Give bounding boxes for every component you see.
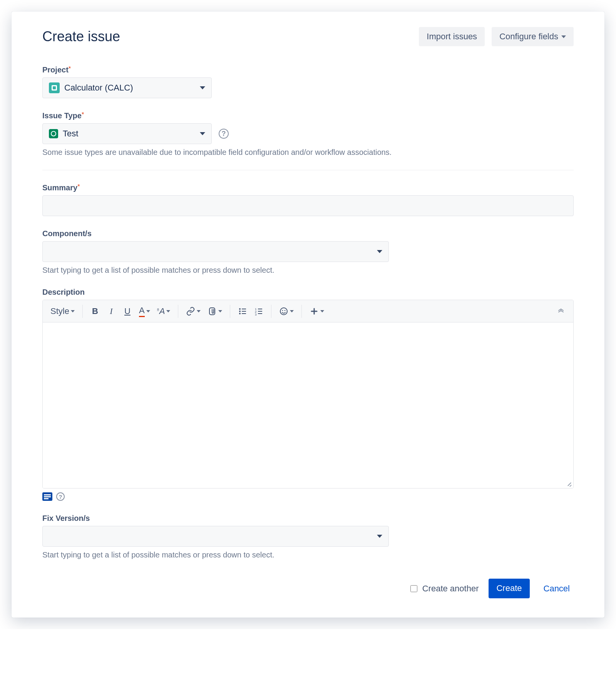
fix-versions-field-group: Fix Version/s Start typing to get a list…	[42, 514, 574, 559]
editor-footer: ?	[42, 492, 574, 501]
editor-help-icon[interactable]: ?	[56, 492, 65, 501]
chevron-down-icon	[146, 310, 150, 312]
italic-button[interactable]: I	[104, 304, 119, 319]
chevron-down-icon	[200, 86, 205, 89]
components-select[interactable]	[42, 241, 389, 262]
project-label: Project*	[42, 65, 574, 74]
link-button[interactable]	[183, 304, 204, 319]
components-field-group: Component/s Start typing to get a list o…	[42, 229, 574, 275]
summary-field-group: Summary*	[42, 183, 574, 216]
summary-label-text: Summary	[42, 183, 77, 192]
emoji-icon	[279, 307, 288, 316]
issue-type-value: Test	[63, 129, 78, 139]
svg-rect-20	[44, 498, 49, 499]
underline-button[interactable]: U	[120, 304, 135, 319]
dialog-header: Create issue Import issues Configure fie…	[42, 27, 574, 46]
svg-rect-12	[258, 309, 262, 309]
svg-rect-8	[242, 313, 246, 314]
project-value: Calculator (CALC)	[64, 83, 133, 93]
description-editor: Style B I U A ±A	[42, 300, 574, 488]
collapse-icon	[556, 307, 566, 316]
chevron-down-icon	[197, 310, 201, 312]
svg-point-3	[239, 308, 241, 310]
chevron-down-icon	[377, 250, 382, 253]
style-dropdown-button[interactable]: Style	[47, 304, 78, 319]
svg-point-5	[239, 313, 241, 314]
emoji-button[interactable]	[276, 304, 297, 319]
components-label: Component/s	[42, 229, 574, 238]
import-issues-button[interactable]: Import issues	[419, 27, 485, 46]
summary-label: Summary*	[42, 183, 574, 192]
link-icon	[186, 307, 195, 316]
editor-mode-toggle[interactable]	[42, 492, 52, 501]
issue-type-field-group: Issue Type* Test ? Some issue types are …	[42, 111, 574, 157]
create-issue-dialog: Create issue Import issues Configure fie…	[12, 12, 604, 618]
divider	[42, 170, 574, 170]
description-field-group: Description Style B I U A ±A	[42, 288, 574, 501]
svg-rect-1	[53, 86, 56, 89]
components-hint: Start typing to get a list of possible m…	[42, 266, 574, 275]
issue-type-hint: Some issue types are unavailable due to …	[42, 148, 574, 157]
cancel-button[interactable]: Cancel	[540, 579, 574, 598]
svg-rect-19	[44, 496, 51, 497]
fix-versions-hint: Start typing to get a list of possible m…	[42, 551, 574, 559]
toolbar-separator	[230, 305, 230, 318]
style-label: Style	[50, 306, 69, 316]
issue-type-select[interactable]: Test	[42, 123, 212, 144]
svg-rect-6	[242, 309, 246, 309]
svg-rect-14	[258, 313, 262, 314]
numbered-list-icon: 123	[254, 307, 263, 316]
create-button-label: Create	[496, 583, 522, 593]
chevron-down-icon	[377, 535, 382, 538]
create-another-row[interactable]: Create another	[409, 584, 479, 594]
create-another-checkbox[interactable]	[410, 585, 417, 592]
collapse-toolbar-button[interactable]	[553, 304, 569, 319]
clear-formatting-button[interactable]: ±A	[154, 304, 174, 319]
svg-point-16	[282, 310, 283, 311]
chevron-down-icon	[290, 310, 294, 312]
chevron-down-icon	[561, 35, 566, 38]
fix-versions-select[interactable]	[42, 526, 389, 547]
svg-point-4	[239, 311, 241, 312]
toolbar-separator	[271, 305, 271, 318]
numbered-list-button[interactable]: 123	[251, 304, 266, 319]
header-actions: Import issues Configure fields	[419, 27, 574, 46]
create-button[interactable]: Create	[489, 579, 529, 598]
toolbar-separator	[178, 305, 178, 318]
resize-handle[interactable]	[565, 480, 572, 487]
import-issues-label: Import issues	[427, 32, 477, 42]
chevron-down-icon	[166, 310, 170, 312]
attachment-icon	[208, 307, 217, 316]
create-another-label: Create another	[422, 584, 479, 594]
bullet-list-button[interactable]	[235, 304, 250, 319]
issue-type-help-icon[interactable]: ?	[219, 129, 229, 139]
configure-fields-button[interactable]: Configure fields	[492, 27, 574, 46]
insert-more-button[interactable]	[306, 304, 327, 319]
editor-toolbar: Style B I U A ±A	[43, 300, 573, 322]
attachment-button[interactable]	[204, 304, 225, 319]
bullet-list-icon	[238, 307, 247, 316]
svg-rect-13	[258, 311, 262, 312]
bold-button[interactable]: B	[87, 304, 103, 319]
project-avatar-icon	[49, 82, 60, 93]
issue-type-label: Issue Type*	[42, 111, 574, 120]
configure-fields-label: Configure fields	[499, 32, 558, 42]
visual-mode-icon	[42, 492, 52, 501]
chevron-down-icon	[71, 310, 75, 312]
chevron-down-icon	[200, 132, 205, 135]
project-label-text: Project	[42, 65, 69, 74]
required-mark: *	[69, 65, 71, 72]
project-select[interactable]: Calculator (CALC)	[42, 77, 212, 98]
dialog-footer: Create another Create Cancel	[42, 579, 574, 598]
svg-point-15	[280, 308, 287, 315]
text-color-button[interactable]: A	[136, 304, 153, 319]
issue-type-icon	[49, 129, 58, 138]
required-mark: *	[82, 111, 84, 118]
svg-text:3: 3	[255, 313, 257, 316]
summary-input[interactable]	[42, 195, 574, 216]
description-textarea[interactable]	[43, 322, 573, 488]
chevron-down-icon	[218, 310, 222, 312]
required-mark: *	[77, 183, 80, 190]
toolbar-separator	[82, 305, 83, 318]
dialog-title: Create issue	[42, 29, 120, 45]
